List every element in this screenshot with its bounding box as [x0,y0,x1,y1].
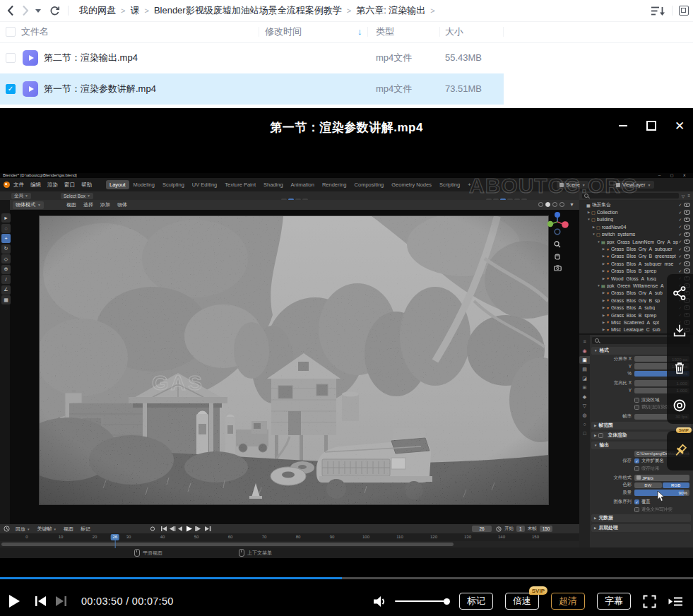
breadcrumb-item[interactable]: 我的网盘 [79,4,116,17]
pin-button[interactable] [672,442,689,459]
refresh-icon[interactable] [47,0,62,21]
ruler-tick: 10 [59,535,64,539]
outliner-item-name: ppx_Grass_LawnNem_Gry_A_spc [607,239,679,244]
column-header-size[interactable]: 大小 [445,21,463,42]
fullscreen-icon[interactable] [643,595,656,608]
divider [503,27,504,37]
play-triangle-icon [29,55,34,61]
record-icon [672,398,687,413]
minimize-icon[interactable] [617,119,629,132]
ruler-tick: 50 [194,535,199,539]
visibility-checkbox: ✓ [678,225,682,229]
select-all-checkbox[interactable] [6,27,16,37]
timeline-menu-item: 标记 [81,526,90,533]
close-icon[interactable]: ✕ [673,119,686,132]
divider [672,6,673,16]
workspace-tab: UV Editing [189,180,220,189]
outliner-item-name: Grass_Blos_B_sprep [611,268,678,273]
breadcrumb-item[interactable]: 第六章: 渲染输出 [356,4,425,17]
sort-direction-icon[interactable]: ↓ [357,21,362,42]
maximize-icon[interactable] [645,119,658,132]
property-label: % [591,371,634,376]
row-checkbox[interactable]: ✓ [6,84,16,94]
property-label: 质量 [591,490,634,496]
filter-icon: ▽ [682,194,685,199]
section-caret-icon: ▼ [594,349,597,353]
breadcrumb-separator: > [121,6,125,15]
table-row[interactable]: 第二节：渲染输出.mp4mp4文件55.43MB [0,42,504,73]
previous-button[interactable] [35,596,47,607]
pin-action[interactable] [667,431,693,470]
workspace-tab: Sculpting [159,180,188,189]
share-button[interactable] [672,285,689,302]
view-mode-icon[interactable] [679,6,689,16]
section-header: ▶后期处理 [591,524,691,532]
outliner-row: ▶▼Grass_Blos_A_subquer_mse✓ [579,260,693,267]
outliner-row: ▶▼Grass_Blos_Gry_A_subquer✓ [579,245,693,252]
property-label: 图像序列 [591,499,634,505]
workspace-tab: Shading [260,180,287,189]
delete-button[interactable] [672,360,689,377]
sort-icon[interactable] [651,6,665,16]
video-frame-blender[interactable]: Blender* [D:\aboutcg\Blender\gw.blend] ─… [0,173,693,558]
play-button[interactable] [8,594,20,608]
workspace-tab: Modeling [130,180,158,189]
section-header: ▶元数据 [591,514,691,522]
record-button[interactable] [672,397,689,414]
property-label: 保存 [591,458,634,464]
mesh-icon: ▼ [606,261,610,266]
mesh-icon: ▼ [606,254,610,259]
breadcrumb-item[interactable]: 课 [130,4,139,17]
back-icon[interactable] [4,0,17,21]
outliner-item-name: Collection [597,210,679,215]
disclosure-icon: ▶ [601,262,606,266]
download-button[interactable] [672,322,689,339]
next-button[interactable] [55,596,67,607]
progress-bar[interactable] [0,577,693,579]
column-header-type[interactable]: 类型 [376,21,394,42]
workspace-tab: Texture Paint [221,180,259,189]
ruler-tick: 40 [160,535,165,539]
volume-icon[interactable] [373,596,388,608]
mesh-icon: ▼ [606,269,610,273]
disclosure-icon: ▶ [601,247,606,251]
标记-button[interactable]: 标记 [459,593,493,610]
outliner-item-name: Grass_Blos_Gry_A_subquer [611,247,678,251]
property-label: 宽高比 X [591,380,634,386]
property-label: 文件格式 [591,475,634,481]
coll-icon: ▢ [596,232,600,237]
超清-button[interactable]: 超清 [551,593,585,610]
history-dropdown-icon[interactable] [33,0,43,21]
volume-handle[interactable] [444,598,450,605]
timeline-menu-item: 关键帧▼ [37,526,56,533]
properties-tab: □ [579,430,590,437]
volume-slider[interactable] [395,600,447,603]
字幕-button[interactable]: 字幕 [597,593,631,610]
playlist-icon[interactable] [668,596,683,607]
outliner-item-name: building [597,217,679,222]
section-title: 元数据 [598,514,612,521]
current-frame-field: 26 [472,526,492,532]
forward-icon[interactable] [19,0,32,21]
orientation-dropdown: 全局▼ [11,193,31,199]
倍速-button[interactable]: 倍速SVIP [505,593,539,610]
properties-tab: ▽ [579,402,590,410]
svip-badge: SVIP [529,586,547,595]
disclosure-icon: ▶ [586,211,591,214]
delete-icon [672,360,687,376]
visibility-checkbox: ✓ [678,254,682,259]
checkbox [634,405,639,410]
column-header-time[interactable]: 修改时间 [265,21,302,42]
ruler-tick: 20 [93,535,97,539]
mouse-icon [239,549,244,557]
blender-menu-item: 编辑 [30,182,41,189]
row-checkbox[interactable] [6,53,16,63]
eye-icon [684,247,690,251]
tool-button: ◇ [1,254,11,263]
breadcrumb-item[interactable]: Blender影视级废墟加油站场景全流程案例教学 [154,4,342,17]
file-table-header: 文件名 修改时间 ↓ 类型 大小 [0,21,693,43]
tool-button: ► [1,213,11,223]
column-header-name[interactable]: 文件名 [21,21,49,42]
table-row[interactable]: ✓第一节：渲染参数讲解.mp4mp4文件73.51MB [0,73,504,105]
ruler-tick: 140 [498,535,505,539]
